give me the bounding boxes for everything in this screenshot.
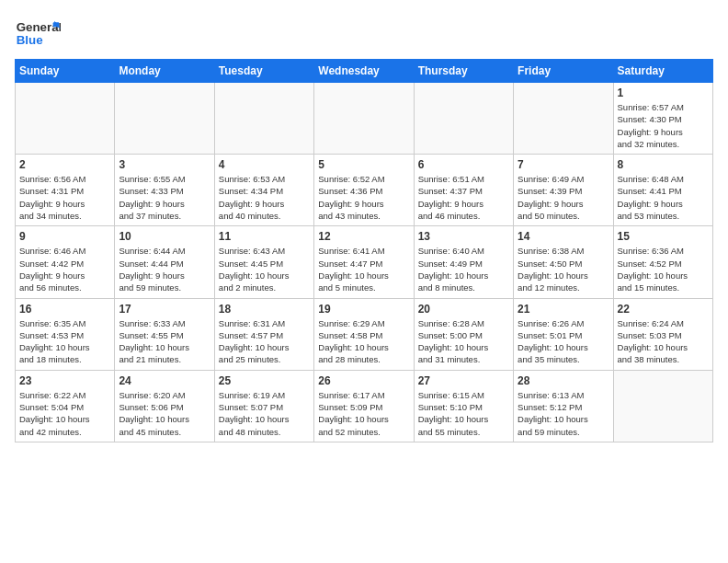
calendar-cell: 25Sunrise: 6:19 AM Sunset: 5:07 PM Dayli…: [214, 370, 313, 442]
calendar-cell: 2Sunrise: 6:56 AM Sunset: 4:31 PM Daylig…: [16, 155, 115, 226]
day-number: 7: [518, 158, 609, 171]
calendar-cell: 3Sunrise: 6:55 AM Sunset: 4:33 PM Daylig…: [115, 155, 214, 226]
calendar-cell: 13Sunrise: 6:40 AM Sunset: 4:49 PM Dayli…: [414, 226, 513, 298]
day-info: Sunrise: 6:56 AM Sunset: 4:31 PM Dayligh…: [19, 173, 110, 222]
day-number: 22: [618, 303, 709, 316]
calendar-cell: 17Sunrise: 6:33 AM Sunset: 4:55 PM Dayli…: [115, 298, 214, 370]
week-row-4: 23Sunrise: 6:22 AM Sunset: 5:04 PM Dayli…: [16, 370, 713, 442]
calendar-cell: 5Sunrise: 6:52 AM Sunset: 4:36 PM Daylig…: [314, 155, 414, 226]
svg-text:Blue: Blue: [17, 33, 43, 47]
day-number: 18: [219, 303, 310, 316]
weekday-thursday: Thursday: [414, 60, 513, 83]
day-number: 15: [618, 230, 709, 243]
day-number: 4: [219, 158, 310, 171]
day-info: Sunrise: 6:55 AM Sunset: 4:33 PM Dayligh…: [119, 173, 210, 222]
day-info: Sunrise: 6:40 AM Sunset: 4:49 PM Dayligh…: [418, 245, 509, 293]
day-number: 2: [19, 158, 110, 171]
weekday-saturday: Saturday: [613, 60, 712, 83]
day-info: Sunrise: 6:43 AM Sunset: 4:45 PM Dayligh…: [219, 245, 310, 293]
day-number: 25: [219, 374, 310, 387]
day-info: Sunrise: 6:20 AM Sunset: 5:06 PM Dayligh…: [119, 389, 210, 438]
day-info: Sunrise: 6:29 AM Sunset: 4:58 PM Dayligh…: [318, 317, 409, 366]
calendar-cell: 14Sunrise: 6:38 AM Sunset: 4:50 PM Dayli…: [514, 226, 613, 298]
day-number: 6: [418, 158, 509, 171]
logo: General Blue: [15, 15, 61, 52]
day-info: Sunrise: 6:19 AM Sunset: 5:07 PM Dayligh…: [219, 389, 310, 438]
calendar-cell: [514, 83, 613, 155]
calendar-cell: 20Sunrise: 6:28 AM Sunset: 5:00 PM Dayli…: [414, 298, 513, 370]
weekday-sunday: Sunday: [16, 60, 115, 83]
logo-icon: General Blue: [15, 15, 61, 52]
calendar-cell: [214, 83, 313, 155]
day-info: Sunrise: 6:41 AM Sunset: 4:47 PM Dayligh…: [318, 245, 409, 293]
day-info: Sunrise: 6:53 AM Sunset: 4:34 PM Dayligh…: [219, 173, 310, 222]
week-row-1: 2Sunrise: 6:56 AM Sunset: 4:31 PM Daylig…: [16, 155, 713, 226]
calendar-cell: [115, 83, 214, 155]
day-info: Sunrise: 6:26 AM Sunset: 5:01 PM Dayligh…: [518, 317, 609, 366]
calendar-cell: 8Sunrise: 6:48 AM Sunset: 4:41 PM Daylig…: [613, 155, 712, 226]
day-number: 5: [318, 158, 409, 171]
day-info: Sunrise: 6:36 AM Sunset: 4:52 PM Dayligh…: [618, 245, 709, 293]
calendar-cell: 27Sunrise: 6:15 AM Sunset: 5:10 PM Dayli…: [414, 370, 513, 442]
week-row-0: 1Sunrise: 6:57 AM Sunset: 4:30 PM Daylig…: [16, 83, 713, 155]
day-info: Sunrise: 6:17 AM Sunset: 5:09 PM Dayligh…: [318, 389, 409, 438]
day-info: Sunrise: 6:24 AM Sunset: 5:03 PM Dayligh…: [618, 317, 709, 366]
day-info: Sunrise: 6:49 AM Sunset: 4:39 PM Dayligh…: [518, 173, 609, 222]
day-number: 9: [19, 230, 110, 243]
calendar-cell: 12Sunrise: 6:41 AM Sunset: 4:47 PM Dayli…: [314, 226, 414, 298]
day-number: 26: [318, 374, 409, 387]
week-row-3: 16Sunrise: 6:35 AM Sunset: 4:53 PM Dayli…: [16, 298, 713, 370]
day-number: 27: [418, 374, 509, 387]
calendar-cell: [314, 83, 414, 155]
calendar-body: 1Sunrise: 6:57 AM Sunset: 4:30 PM Daylig…: [16, 83, 713, 442]
day-info: Sunrise: 6:51 AM Sunset: 4:37 PM Dayligh…: [418, 173, 509, 222]
weekday-header: SundayMondayTuesdayWednesdayThursdayFrid…: [16, 60, 713, 83]
day-info: Sunrise: 6:46 AM Sunset: 4:42 PM Dayligh…: [19, 245, 110, 293]
day-info: Sunrise: 6:33 AM Sunset: 4:55 PM Dayligh…: [119, 317, 210, 366]
day-number: 17: [119, 303, 210, 316]
calendar-cell: 24Sunrise: 6:20 AM Sunset: 5:06 PM Dayli…: [115, 370, 214, 442]
day-info: Sunrise: 6:28 AM Sunset: 5:00 PM Dayligh…: [418, 317, 509, 366]
calendar-cell: 26Sunrise: 6:17 AM Sunset: 5:09 PM Dayli…: [314, 370, 414, 442]
week-row-2: 9Sunrise: 6:46 AM Sunset: 4:42 PM Daylig…: [16, 226, 713, 298]
day-info: Sunrise: 6:22 AM Sunset: 5:04 PM Dayligh…: [19, 389, 110, 438]
day-number: 1: [618, 86, 709, 99]
calendar-cell: 10Sunrise: 6:44 AM Sunset: 4:44 PM Dayli…: [115, 226, 214, 298]
calendar-cell: 28Sunrise: 6:13 AM Sunset: 5:12 PM Dayli…: [514, 370, 613, 442]
day-info: Sunrise: 6:31 AM Sunset: 4:57 PM Dayligh…: [219, 317, 310, 366]
weekday-monday: Monday: [115, 60, 214, 83]
calendar-cell: [613, 370, 712, 442]
header: General Blue: [15, 15, 713, 52]
day-info: Sunrise: 6:57 AM Sunset: 4:30 PM Dayligh…: [618, 101, 709, 150]
day-number: 24: [119, 374, 210, 387]
calendar-cell: [16, 83, 115, 155]
day-info: Sunrise: 6:35 AM Sunset: 4:53 PM Dayligh…: [19, 317, 110, 366]
calendar: SundayMondayTuesdayWednesdayThursdayFrid…: [15, 59, 713, 442]
day-number: 20: [418, 303, 509, 316]
day-info: Sunrise: 6:13 AM Sunset: 5:12 PM Dayligh…: [518, 389, 609, 438]
calendar-cell: 15Sunrise: 6:36 AM Sunset: 4:52 PM Dayli…: [613, 226, 712, 298]
weekday-tuesday: Tuesday: [214, 60, 313, 83]
calendar-cell: 7Sunrise: 6:49 AM Sunset: 4:39 PM Daylig…: [514, 155, 613, 226]
svg-rect-3: [53, 22, 60, 27]
weekday-friday: Friday: [514, 60, 613, 83]
day-number: 16: [19, 303, 110, 316]
day-info: Sunrise: 6:52 AM Sunset: 4:36 PM Dayligh…: [318, 173, 409, 222]
day-number: 28: [518, 374, 609, 387]
calendar-cell: 11Sunrise: 6:43 AM Sunset: 4:45 PM Dayli…: [214, 226, 313, 298]
day-number: 14: [518, 230, 609, 243]
calendar-cell: 4Sunrise: 6:53 AM Sunset: 4:34 PM Daylig…: [214, 155, 313, 226]
calendar-cell: 23Sunrise: 6:22 AM Sunset: 5:04 PM Dayli…: [16, 370, 115, 442]
calendar-cell: 9Sunrise: 6:46 AM Sunset: 4:42 PM Daylig…: [16, 226, 115, 298]
day-info: Sunrise: 6:15 AM Sunset: 5:10 PM Dayligh…: [418, 389, 509, 438]
day-number: 8: [618, 158, 709, 171]
calendar-cell: 18Sunrise: 6:31 AM Sunset: 4:57 PM Dayli…: [214, 298, 313, 370]
calendar-cell: 19Sunrise: 6:29 AM Sunset: 4:58 PM Dayli…: [314, 298, 414, 370]
weekday-wednesday: Wednesday: [314, 60, 414, 83]
day-number: 23: [19, 374, 110, 387]
day-number: 19: [318, 303, 409, 316]
calendar-cell: 16Sunrise: 6:35 AM Sunset: 4:53 PM Dayli…: [16, 298, 115, 370]
day-info: Sunrise: 6:38 AM Sunset: 4:50 PM Dayligh…: [518, 245, 609, 293]
calendar-cell: 22Sunrise: 6:24 AM Sunset: 5:03 PM Dayli…: [613, 298, 712, 370]
day-number: 10: [119, 230, 210, 243]
